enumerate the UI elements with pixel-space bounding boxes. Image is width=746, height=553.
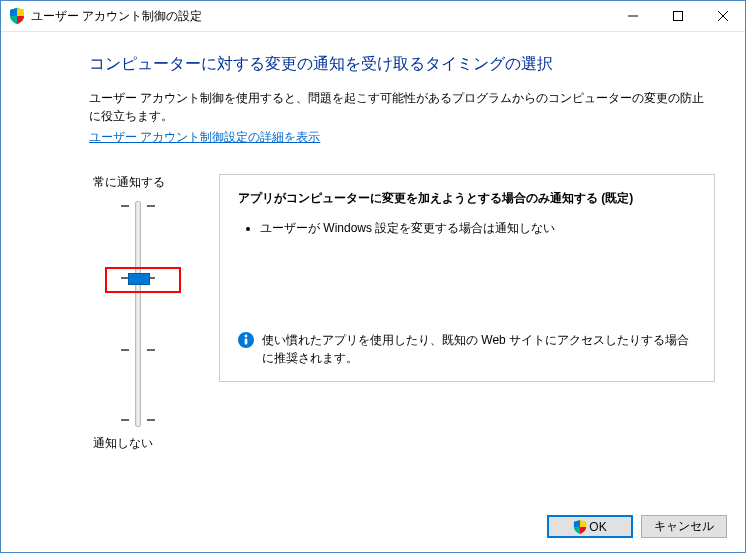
level-title: アプリがコンピューターに変更を加えようとする場合のみ通知する (既定) bbox=[238, 189, 696, 207]
slider-track bbox=[135, 201, 141, 427]
page-description: ユーザー アカウント制御を使用すると、問題を起こす可能性があるプログラムからのコ… bbox=[89, 89, 715, 125]
slider-thumb[interactable] bbox=[128, 273, 150, 285]
shield-icon bbox=[9, 8, 25, 24]
svg-rect-3 bbox=[245, 339, 248, 345]
maximize-button[interactable] bbox=[655, 1, 700, 31]
level-bullet-list: ユーザーが Windows 設定を変更する場合は通知しない bbox=[242, 219, 696, 238]
svg-rect-0 bbox=[673, 12, 682, 21]
window-title: ユーザー アカウント制御の設定 bbox=[31, 8, 202, 25]
uac-settings-window: ユーザー アカウント制御の設定 コンピューターに対する変更の通知を受け取るタイミ… bbox=[0, 0, 746, 553]
content-area: コンピューターに対する変更の通知を受け取るタイミングの選択 ユーザー アカウント… bbox=[1, 32, 745, 452]
close-button[interactable] bbox=[700, 1, 745, 31]
minimize-button[interactable] bbox=[610, 1, 655, 31]
level-description-panel: アプリがコンピューターに変更を加えようとする場合のみ通知する (既定) ユーザー… bbox=[219, 174, 715, 382]
info-icon bbox=[238, 332, 254, 348]
ok-button[interactable]: OK bbox=[547, 515, 633, 538]
recommendation-row: 使い慣れたアプリを使用したり、既知の Web サイトにアクセスしたりする場合に推… bbox=[238, 331, 696, 367]
cancel-button-label: キャンセル bbox=[654, 518, 714, 535]
ok-button-label: OK bbox=[589, 520, 606, 534]
svg-point-2 bbox=[245, 335, 248, 338]
slider-label-always: 常に通知する bbox=[93, 174, 209, 191]
level-bullet: ユーザーが Windows 設定を変更する場合は通知しない bbox=[260, 219, 696, 238]
titlebar: ユーザー アカウント制御の設定 bbox=[1, 1, 745, 32]
page-heading: コンピューターに対する変更の通知を受け取るタイミングの選択 bbox=[89, 54, 715, 75]
slider-label-never: 通知しない bbox=[93, 435, 209, 452]
learn-more-link[interactable]: ユーザー アカウント制御設定の詳細を表示 bbox=[89, 130, 320, 144]
recommendation-text: 使い慣れたアプリを使用したり、既知の Web サイトにアクセスしたりする場合に推… bbox=[262, 331, 696, 367]
cancel-button[interactable]: キャンセル bbox=[641, 515, 727, 538]
shield-icon bbox=[573, 520, 587, 534]
slider-column: 常に通知する 通知しない bbox=[89, 174, 209, 452]
notification-slider[interactable] bbox=[105, 201, 209, 425]
dialog-button-row: OK キャンセル bbox=[547, 515, 727, 538]
